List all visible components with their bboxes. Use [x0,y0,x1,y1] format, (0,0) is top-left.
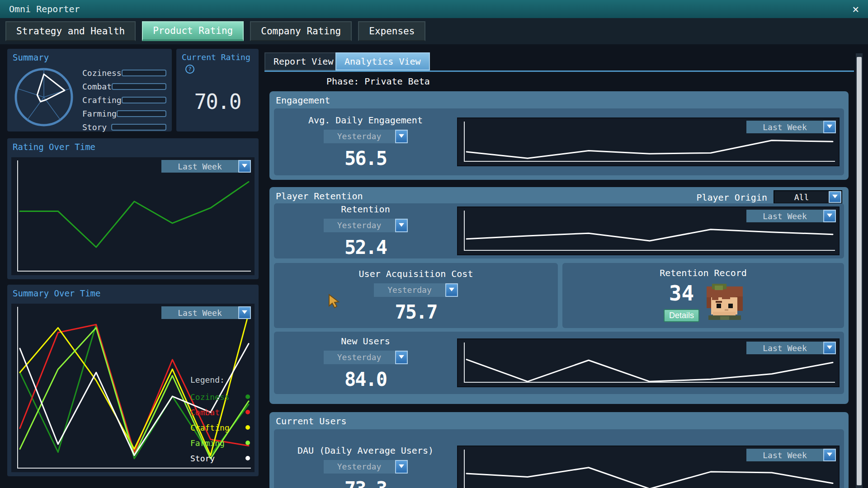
uac-period-dropdown[interactable]: Yesterday [374,283,458,297]
skill-label: Combat [82,82,112,91]
engagement-period-dropdown[interactable]: Yesterday [324,130,408,143]
chevron-down-icon[interactable] [395,460,408,474]
avg-daily-engagement-card: Avg. Daily Engagement Yesterday 56.5 Las… [274,108,844,175]
new-users-card: New Users Yesterday 84.0 Last Week [274,332,844,394]
subtab-underline [264,70,854,72]
metric-value: 34 [669,281,694,305]
new-users-period-dropdown[interactable]: Yesterday [324,351,408,364]
metric-block: Retention Yesterday 52.4 [274,204,457,258]
dropdown-value: Last Week [746,210,823,222]
metric-title: User Acquisition Cost [359,268,473,279]
legend-item-farming: Farming [190,435,250,450]
dau-period-dropdown[interactable]: Yesterday [324,460,408,474]
skill-row-story: Story [82,120,166,134]
legend-label: Story [190,454,215,463]
legend-item-combat: Combat [190,404,250,420]
chevron-down-icon[interactable] [395,130,408,143]
engagement-section: Engagement Avg. Daily Engagement Yesterd… [269,91,849,180]
rating-over-time-chart-area: Last Week [11,157,255,275]
tab-expenses[interactable]: Expenses [358,21,425,41]
dau-range-dropdown[interactable]: Last Week [746,449,836,461]
chevron-down-icon[interactable] [238,306,251,319]
legend-ring-icon [245,441,250,445]
tab-label: Analytics View [344,56,421,67]
metric-block: User Acquisition Cost Yesterday 75.7 [274,268,558,323]
rating-range-dropdown[interactable]: Last Week [161,160,251,173]
chevron-down-icon[interactable] [395,351,408,364]
current-rating-value: 70.0 [176,89,259,114]
tab-label: Company Rating [261,26,341,37]
retention-avatar [707,284,743,320]
chevron-down-icon[interactable] [823,449,836,461]
retention-spark-chart-area: Last Week [457,206,840,255]
engagement-range-dropdown[interactable]: Last Week [746,121,836,133]
current-rating-title: Current Rating [182,52,250,62]
tab-product-rating[interactable]: Product Rating [142,21,244,41]
retention-record-body: 34 Details [664,281,743,322]
phase-label: Phase: Private Beta [326,76,430,87]
player-retention-section: Player Retention Player Origin All Reten… [269,187,849,404]
chevron-down-icon[interactable] [823,121,836,133]
panel-title: Summary [13,52,49,62]
dropdown-value: Last Week [746,342,823,354]
section-title: Current Users [276,416,347,427]
metric-value: 84.0 [344,368,387,390]
skill-bar [111,124,166,131]
legend-title: Legend: [190,375,250,385]
retention-record-card: Retention Record 34 Details [562,263,844,328]
chevron-down-icon[interactable] [829,191,841,203]
metric-value: 73.3 [344,478,387,488]
engagement-spark-chart-area: Last Week [457,117,840,166]
tab-report-view[interactable]: Report View [264,52,342,70]
new-users-spark-chart-area: Last Week [457,338,840,387]
tab-strategy-and-health[interactable]: Strategy and Health [5,21,136,41]
chevron-down-icon[interactable] [823,210,836,222]
dropdown-value: Last Week [746,449,823,461]
tab-analytics-view[interactable]: Analytics View [335,52,430,70]
skill-bar [117,110,166,117]
chevron-down-icon[interactable] [823,342,836,354]
skill-row-crafting: Crafting [82,93,166,107]
legend-label: Combat [190,408,220,417]
retention-range-dropdown[interactable]: Last Week [746,210,836,222]
chevron-down-icon[interactable] [395,219,408,232]
skill-row-combat: Combat [82,80,166,93]
summary-range-dropdown[interactable]: Last Week [161,306,251,319]
chart-legend: Legend: Coziness Combat Crafting Farming… [190,375,250,466]
retention-period-dropdown[interactable]: Yesterday [324,219,408,232]
tab-label: Report View [274,56,333,67]
section-title: Player Retention [276,191,363,202]
skill-label: Story [82,122,107,132]
current-users-section: Current Users DAU (Daily Average Users) … [269,412,849,488]
section-title: Engagement [276,95,330,106]
player-origin-dropdown[interactable]: All [774,190,842,204]
details-button[interactable]: Details [664,309,699,322]
skill-bar [112,83,166,90]
legend-ring-icon [245,394,250,399]
new-users-range-dropdown[interactable]: Last Week [746,342,836,354]
tab-company-rating[interactable]: Company Rating [250,21,352,41]
chevron-down-icon[interactable] [445,283,458,297]
panel-title: Current Rating? [182,52,259,74]
panel-title: Summary Over Time [13,288,100,298]
summary-over-time-panel: Summary Over Time Last Week Legend: Cozi… [7,285,259,476]
summary-over-time-chart-area: Last Week Legend: Coziness Combat Crafti… [11,304,255,472]
help-icon[interactable]: ? [185,65,194,74]
dropdown-value: Last Week [161,306,238,319]
skill-row-coziness: Coziness [82,66,166,80]
skill-list: Coziness Combat Crafting Farming Story [82,66,166,134]
legend-label: Coziness [190,392,230,402]
dropdown-value: Yesterday [324,460,395,474]
chevron-down-icon[interactable] [238,160,251,173]
summary-radar-chart [10,62,78,130]
dau-spark-chart-area: Last Week [457,446,840,488]
close-icon[interactable]: ✕ [853,3,859,15]
metric-title: DAU (Daily Average Users) [297,445,434,456]
metric-title: Retention Record [660,267,747,278]
player-origin-label: Player Origin [696,192,767,203]
scrollbar-thumb[interactable] [857,57,862,485]
skill-bar [122,97,166,103]
legend-item-coziness: Coziness [190,389,250,404]
scrollbar-track[interactable] [856,53,863,488]
retention-card: Retention Yesterday 52.4 Last Week [274,203,844,258]
